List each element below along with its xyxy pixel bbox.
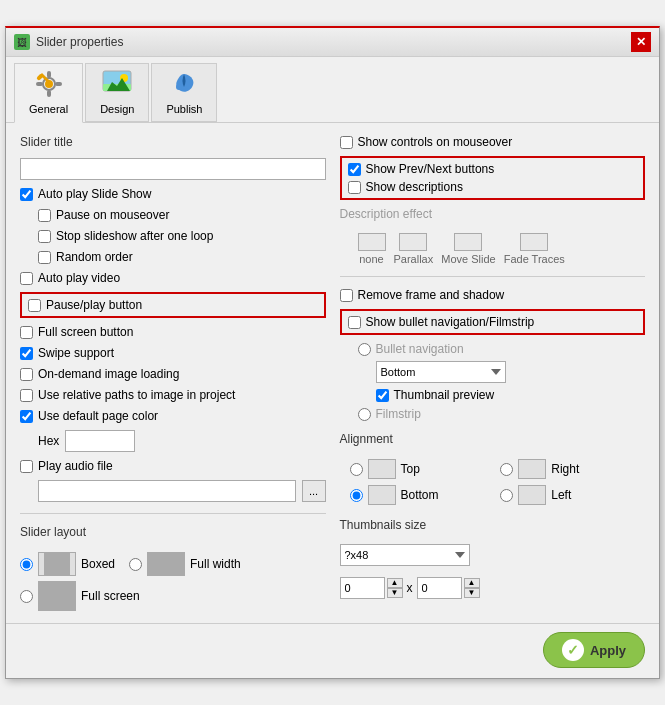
filmstrip-radio[interactable] <box>358 408 371 421</box>
effect-parallax: Parallax <box>394 233 434 265</box>
x-label: x <box>407 581 413 595</box>
layout-full-width-thumb <box>147 552 185 576</box>
full-screen-checkbox[interactable] <box>20 326 33 339</box>
thumbnail-preview-checkbox[interactable] <box>376 389 389 402</box>
bullet-highlight: Show bullet navigation/Filmstrip <box>340 309 646 335</box>
tab-design-label: Design <box>100 103 134 115</box>
main-content: Slider title Auto play Slide Show Pause … <box>6 123 659 623</box>
alignment-label: Alignment <box>340 432 646 446</box>
full-screen-row: Full screen button <box>20 325 326 339</box>
tab-publish-label: Publish <box>166 103 202 115</box>
align-top-radio[interactable] <box>350 463 363 476</box>
stop-after-one-row: Stop slideshow after one loop <box>20 229 326 243</box>
align-left: Left <box>500 485 645 505</box>
layout-full-width-label: Full width <box>190 557 241 571</box>
slider-title-label: Slider title <box>20 135 326 149</box>
bullet-nav-radio[interactable] <box>358 343 371 356</box>
align-left-radio[interactable] <box>500 489 513 502</box>
effect-fade-label: Fade Traces <box>504 253 565 265</box>
design-icon <box>101 68 133 100</box>
left-panel: Slider title Auto play Slide Show Pause … <box>20 135 326 611</box>
random-order-label: Random order <box>56 250 133 264</box>
layout-options: Boxed Full width Full screen <box>20 552 326 611</box>
close-button[interactable]: ✕ <box>631 32 651 52</box>
right-panel: Show controls on mouseover Show Prev/Nex… <box>340 135 646 611</box>
remove-frame-checkbox[interactable] <box>340 289 353 302</box>
align-top-thumb <box>368 459 396 479</box>
auto-play-checkbox[interactable] <box>20 188 33 201</box>
tab-publish[interactable]: Publish <box>151 63 217 122</box>
apply-button[interactable]: ✓ Apply <box>543 632 645 668</box>
apply-checkmark-icon: ✓ <box>562 639 584 661</box>
svg-rect-4 <box>55 82 62 86</box>
show-descriptions-checkbox[interactable] <box>348 181 361 194</box>
tab-general[interactable]: General <box>14 63 83 123</box>
default-color-row: Use default page color <box>20 409 326 423</box>
stop-after-one-checkbox[interactable] <box>38 230 51 243</box>
audio-file-input[interactable] <box>38 480 296 502</box>
show-controls-row: Show controls on mouseover <box>340 135 646 149</box>
filmstrip-row: Filmstrip <box>358 407 646 421</box>
show-bullet-checkbox[interactable] <box>348 316 361 329</box>
position-dropdown[interactable]: Bottom <box>376 361 506 383</box>
width-down-btn[interactable]: ▼ <box>387 588 403 598</box>
tab-design[interactable]: Design <box>85 63 149 122</box>
show-controls-checkbox[interactable] <box>340 136 353 149</box>
swipe-support-row: Swipe support <box>20 346 326 360</box>
height-up-btn[interactable]: ▲ <box>464 578 480 588</box>
show-prev-next-label: Show Prev/Next buttons <box>366 162 495 176</box>
layout-full-width-radio[interactable] <box>129 558 142 571</box>
size-inputs-row: ▲ ▼ x ▲ ▼ <box>340 577 646 599</box>
default-color-checkbox[interactable] <box>20 410 33 423</box>
description-effects: none Parallax Move Slide Fade Traces <box>340 233 646 265</box>
pause-mouseover-checkbox[interactable] <box>38 209 51 222</box>
align-right-label: Right <box>551 462 579 476</box>
on-demand-checkbox[interactable] <box>20 368 33 381</box>
description-effect-label: Description effect <box>340 207 646 221</box>
align-left-label: Left <box>551 488 571 502</box>
bullet-nav-radio-row: Bullet navigation <box>358 342 646 356</box>
thumbnail-preview-row: Thumbnail preview <box>358 388 646 402</box>
size-dropdown[interactable]: ?x48 <box>340 544 470 566</box>
svg-point-11 <box>176 84 182 90</box>
pause-play-checkbox[interactable] <box>28 299 41 312</box>
relative-paths-label: Use relative paths to image in project <box>38 388 235 402</box>
size-dropdown-row: ?x48 <box>340 544 646 566</box>
stop-after-one-label: Stop slideshow after one loop <box>56 229 213 243</box>
title-bar: 🖼 Slider properties ✕ <box>6 28 659 57</box>
browse-button[interactable]: ... <box>302 480 326 502</box>
right-divider <box>340 276 646 277</box>
relative-paths-checkbox[interactable] <box>20 389 33 402</box>
svg-point-6 <box>45 80 53 88</box>
show-prev-next-checkbox[interactable] <box>348 163 361 176</box>
audio-checkbox[interactable] <box>20 460 33 473</box>
width-spinner-btns: ▲ ▼ <box>387 578 403 598</box>
on-demand-label: On-demand image loading <box>38 367 179 381</box>
auto-play-video-label: Auto play video <box>38 271 120 285</box>
layout-full-screen-radio[interactable] <box>20 590 33 603</box>
alignment-grid: Top Right Bottom Left <box>340 459 646 505</box>
audio-row: Play audio file <box>20 459 326 473</box>
swipe-support-checkbox[interactable] <box>20 347 33 360</box>
hex-input[interactable] <box>65 430 135 452</box>
swipe-support-label: Swipe support <box>38 346 114 360</box>
align-left-thumb <box>518 485 546 505</box>
thumbnail-preview-label: Thumbnail preview <box>394 388 495 402</box>
random-order-checkbox[interactable] <box>38 251 51 264</box>
align-bottom-radio[interactable] <box>350 489 363 502</box>
layout-row-2: Full screen <box>20 581 326 611</box>
auto-play-video-checkbox[interactable] <box>20 272 33 285</box>
bullet-nav-section: Bullet navigation Bottom Thumbnail previ… <box>340 342 646 421</box>
layout-boxed-radio[interactable] <box>20 558 33 571</box>
width-up-btn[interactable]: ▲ <box>387 578 403 588</box>
show-controls-label: Show controls on mouseover <box>358 135 513 149</box>
align-right: Right <box>500 459 645 479</box>
height-input[interactable] <box>417 577 462 599</box>
effect-none-label: none <box>359 253 383 265</box>
effect-fade: Fade Traces <box>504 233 565 265</box>
align-right-radio[interactable] <box>500 463 513 476</box>
width-input[interactable] <box>340 577 385 599</box>
layout-divider <box>20 513 326 514</box>
height-down-btn[interactable]: ▼ <box>464 588 480 598</box>
slider-title-input[interactable] <box>20 158 326 180</box>
